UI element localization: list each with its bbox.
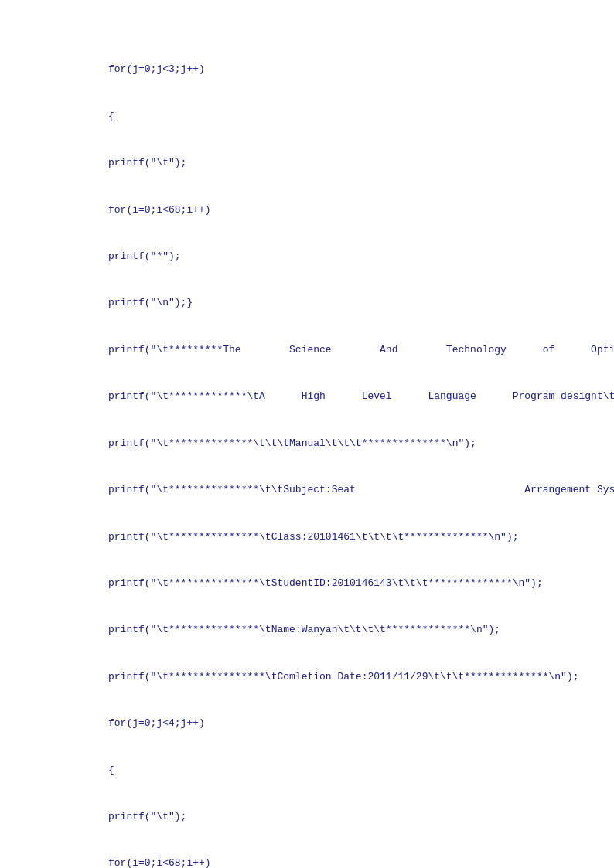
code-container: for(j=0;j<3;j++) { printf("\t"); for(i=0…	[46, 31, 568, 868]
code-line: printf("\n");}	[46, 295, 568, 311]
code-line: {	[46, 109, 568, 124]
code-line: printf("\t***************\tName:Wanyan\t…	[46, 622, 568, 638]
code-line: for(j=0;j<3;j++)	[46, 62, 568, 77]
code-line: printf("\t*********The Science And Techn…	[46, 342, 568, 358]
code-line: printf("\t****************\tComletion Da…	[46, 669, 568, 685]
code-line: printf("\t*************\tA High Level La…	[46, 389, 568, 404]
code-line: printf("\t");	[46, 155, 568, 171]
code-line: {	[46, 763, 568, 778]
code-line: printf("\t***************\tClass:2010146…	[46, 529, 568, 545]
code-line: for(j=0;j<4;j++)	[46, 716, 568, 731]
code-line: for(i=0;i<68;i++)	[46, 856, 568, 868]
code-line: printf("\t**************\t\t\tManual\t\t…	[46, 436, 568, 451]
code-line: printf("\t");	[46, 809, 568, 825]
code-line: printf("\t***************\t\tSubject:Sea…	[46, 482, 568, 498]
code-line: printf("*");	[46, 249, 568, 264]
code-line: for(i=0;i<68;i++)	[46, 203, 568, 218]
code-line: printf("\t***************\tStudentID:201…	[46, 576, 568, 591]
